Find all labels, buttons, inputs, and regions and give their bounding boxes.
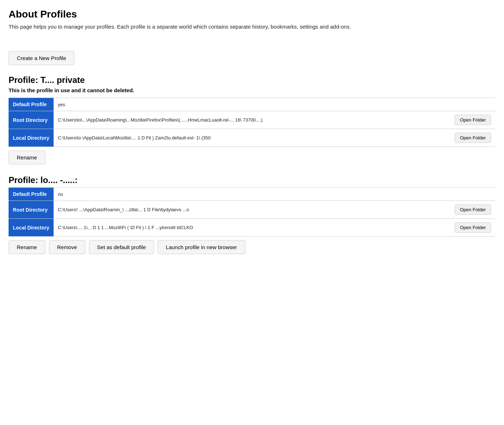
launch-profile-button-2[interactable]: Launch profile in new browser (158, 240, 245, 254)
rename-button-1[interactable]: Rename (9, 150, 45, 164)
local-directory-value-2: C:\Users\.... 1\, , D 1 1 ...Mozill\Fi (… (54, 219, 450, 237)
default-profile-value: yes (54, 98, 450, 111)
table-row: Local Directory C:\Users\to \AppData\Loc… (9, 129, 495, 147)
remove-button-2[interactable]: Remove (49, 240, 85, 254)
open-folder-local-button-2[interactable]: Open Folder (455, 222, 491, 233)
table-row: Local Directory C:\Users\.... 1\, , D 1 … (9, 219, 495, 237)
profile-1-heading: Profile: T.... private (9, 75, 495, 85)
root-directory-value-2: C:\Users\' ...\AppData\Roamin_\ ...zilla… (54, 201, 450, 219)
default-profile-label: Default Profile (9, 98, 54, 111)
profile-1-section: Profile: T.... private This is the profi… (9, 75, 495, 164)
create-new-profile-button[interactable]: Create a New Profile (9, 51, 74, 65)
rename-button-2[interactable]: Rename (9, 240, 45, 254)
root-directory-label-2: Root Directory (9, 201, 54, 219)
root-directory-btn-cell: Open Folder (450, 111, 495, 129)
profile-1-in-use: This is the profile in use and it cannot… (9, 87, 495, 93)
page-title: About Profiles (9, 9, 495, 20)
table-row: Root Directory C:\Users\' ...\AppData\Ro… (9, 201, 495, 219)
root-directory-label: Root Directory (9, 111, 54, 129)
table-row: Default Profile no (9, 188, 495, 201)
root-directory-value: C:\Users\to\...\AppData\Roaming\...Mozil… (54, 111, 450, 129)
local-directory-btn-cell: Open Folder (450, 129, 495, 147)
profile-2-actions: Rename Remove Set as default profile Lau… (9, 240, 495, 254)
profile-2-heading: Profile: lo.... -.....: (9, 175, 495, 185)
local-directory-label: Local Directory (9, 129, 54, 147)
set-default-button-2[interactable]: Set as default profile (89, 240, 154, 254)
open-folder-local-button-1[interactable]: Open Folder (455, 133, 491, 143)
profile-2-table: Default Profile no Root Directory C:\Use… (9, 187, 495, 237)
profile-2-section: Profile: lo.... -.....: Default Profile … (9, 175, 495, 254)
open-folder-root-button-1[interactable]: Open Folder (455, 115, 491, 125)
table-row: Root Directory C:\Users\to\...\AppData\R… (9, 111, 495, 129)
profile-1-table: Default Profile yes Root Directory C:\Us… (9, 98, 495, 147)
about-description: This page helps you to manage your profi… (9, 24, 495, 30)
local-directory-value: C:\Users\to \AppData\Local\Mozilla\.... … (54, 129, 450, 147)
local-directory-label-2: Local Directory (9, 219, 54, 237)
local-directory-btn-cell-2: Open Folder (450, 219, 495, 237)
default-profile-value-2: no (54, 188, 450, 201)
profile-1-actions: Rename (9, 150, 495, 164)
default-profile-label-2: Default Profile (9, 188, 54, 201)
root-directory-btn-cell-2: Open Folder (450, 201, 495, 219)
open-folder-root-button-2[interactable]: Open Folder (455, 204, 491, 215)
table-row: Default Profile yes (9, 98, 495, 111)
